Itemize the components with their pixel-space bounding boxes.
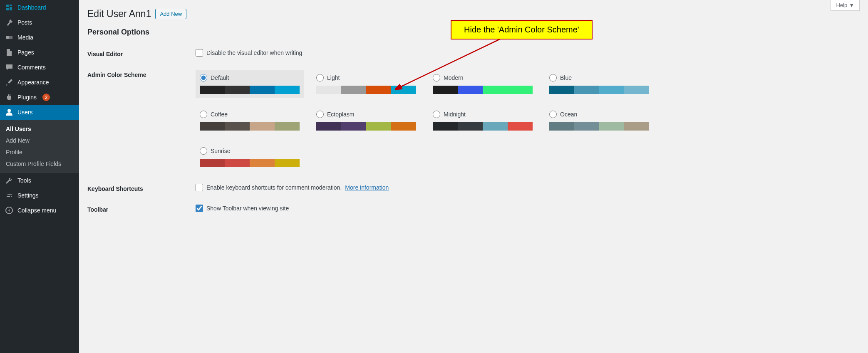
settings-icon bbox=[5, 191, 13, 200]
users-submenu: All Users Add New Profile Custom Profile… bbox=[0, 120, 79, 173]
swatches bbox=[200, 122, 300, 131]
keyboard-label: Keyboard Shortcuts bbox=[87, 184, 196, 192]
chevron-down-icon: ▼ bbox=[849, 2, 854, 8]
more-info-link[interactable]: More information bbox=[345, 184, 389, 191]
toolbar-checkbox[interactable] bbox=[196, 205, 203, 212]
scheme-radio[interactable] bbox=[549, 74, 557, 81]
visual-editor-text: Disable the visual editor when writing bbox=[206, 49, 302, 56]
scheme-name: Midnight bbox=[444, 111, 466, 118]
sidebar-label: Settings bbox=[17, 192, 39, 199]
scheme-ocean[interactable]: Ocean bbox=[545, 106, 653, 135]
svg-point-0 bbox=[6, 36, 9, 39]
scheme-sunrise[interactable]: Sunrise bbox=[196, 143, 304, 171]
admin-sidebar: Dashboard Posts Media Pages Comments App… bbox=[0, 0, 79, 353]
sidebar-label: Dashboard bbox=[17, 4, 46, 11]
help-tab[interactable]: Help ▼ bbox=[831, 0, 860, 11]
scheme-name: Blue bbox=[560, 74, 572, 81]
swatches bbox=[316, 122, 416, 131]
color-schemes-grid: DefaultLightModernBlueCoffeeEctoplasmMid… bbox=[196, 70, 860, 171]
sidebar-label: Pages bbox=[17, 49, 34, 56]
sidebar-label: Appearance bbox=[17, 79, 49, 86]
pin-icon bbox=[5, 18, 13, 27]
sidebar-item-settings[interactable]: Settings bbox=[0, 188, 79, 203]
sidebar-label: Collapse menu bbox=[17, 207, 56, 214]
sidebar-item-comments[interactable]: Comments bbox=[0, 60, 79, 75]
swatches bbox=[200, 86, 300, 94]
sidebar-item-tools[interactable]: Tools bbox=[0, 173, 79, 188]
user-icon bbox=[5, 108, 13, 116]
sidebar-label: Users bbox=[17, 109, 33, 116]
row-keyboard: Keyboard Shortcuts Enable keyboard short… bbox=[87, 184, 860, 192]
toolbar-label: Toolbar bbox=[87, 205, 196, 213]
submenu-all-users[interactable]: All Users bbox=[0, 123, 79, 135]
sidebar-item-plugins[interactable]: Plugins 2 bbox=[0, 90, 79, 105]
swatches bbox=[433, 122, 533, 131]
scheme-name: Light bbox=[327, 74, 340, 81]
add-new-button[interactable]: Add New bbox=[155, 9, 186, 19]
page-title: Edit User Ann1 bbox=[87, 8, 151, 20]
scheme-name: Ectoplasm bbox=[327, 111, 354, 118]
submenu-profile[interactable]: Profile bbox=[0, 146, 79, 158]
sidebar-label: Comments bbox=[17, 64, 46, 71]
collapse-icon bbox=[5, 206, 13, 215]
swatches bbox=[200, 159, 300, 167]
svg-point-1 bbox=[7, 109, 11, 112]
color-scheme-label: Admin Color Scheme bbox=[87, 70, 196, 78]
scheme-coffee[interactable]: Coffee bbox=[196, 106, 304, 135]
toolbar-text: Show Toolbar when viewing site bbox=[206, 205, 289, 212]
keyboard-text: Enable keyboard shortcuts for comment mo… bbox=[206, 184, 342, 191]
scheme-name: Sunrise bbox=[211, 148, 230, 154]
annotation-callout: Hide the 'Admin Color Scheme' bbox=[451, 20, 593, 39]
dashboard-icon bbox=[5, 3, 13, 12]
sidebar-label: Plugins bbox=[17, 94, 37, 101]
media-icon bbox=[5, 33, 13, 42]
main-content: Help ▼ Edit User Ann1 Add New Personal O… bbox=[79, 0, 868, 353]
scheme-blue[interactable]: Blue bbox=[545, 70, 653, 98]
svg-line-3 bbox=[399, 37, 503, 87]
swatches bbox=[549, 86, 649, 94]
keyboard-checkbox[interactable] bbox=[196, 184, 203, 191]
sidebar-item-dashboard[interactable]: Dashboard bbox=[0, 0, 79, 15]
sidebar-item-posts[interactable]: Posts bbox=[0, 15, 79, 30]
scheme-radio[interactable] bbox=[549, 111, 557, 118]
visual-editor-label: Visual Editor bbox=[87, 49, 196, 57]
sidebar-item-media[interactable]: Media bbox=[0, 30, 79, 45]
submenu-custom-profile[interactable]: Custom Profile Fields bbox=[0, 158, 79, 170]
scheme-radio[interactable] bbox=[433, 111, 440, 118]
visual-editor-checkbox[interactable] bbox=[196, 49, 203, 57]
brush-icon bbox=[5, 78, 13, 86]
collapse-menu[interactable]: Collapse menu bbox=[0, 203, 79, 218]
scheme-default[interactable]: Default bbox=[196, 70, 304, 98]
wrench-icon bbox=[5, 176, 13, 185]
scheme-radio[interactable] bbox=[200, 147, 207, 155]
sidebar-label: Media bbox=[17, 34, 33, 41]
scheme-radio[interactable] bbox=[200, 111, 207, 118]
sidebar-label: Posts bbox=[17, 19, 32, 26]
swatches bbox=[549, 122, 649, 131]
page-icon bbox=[5, 48, 13, 57]
annotation-arrow bbox=[395, 33, 512, 96]
sidebar-item-appearance[interactable]: Appearance bbox=[0, 75, 79, 90]
scheme-name: Ocean bbox=[560, 111, 577, 118]
scheme-radio[interactable] bbox=[316, 74, 324, 81]
scheme-midnight[interactable]: Midnight bbox=[429, 106, 537, 135]
sidebar-label: Tools bbox=[17, 177, 31, 184]
sidebar-item-users[interactable]: Users bbox=[0, 105, 79, 120]
scheme-radio[interactable] bbox=[200, 74, 207, 81]
scheme-name: Default bbox=[211, 74, 229, 81]
plug-icon bbox=[5, 93, 13, 101]
sidebar-item-pages[interactable]: Pages bbox=[0, 45, 79, 60]
comment-icon bbox=[5, 63, 13, 72]
plugins-badge: 2 bbox=[42, 94, 50, 101]
scheme-radio[interactable] bbox=[316, 111, 324, 118]
row-toolbar: Toolbar Show Toolbar when viewing site bbox=[87, 205, 860, 213]
scheme-ectoplasm[interactable]: Ectoplasm bbox=[312, 106, 420, 135]
scheme-name: Coffee bbox=[211, 111, 228, 118]
submenu-add-new[interactable]: Add New bbox=[0, 135, 79, 146]
